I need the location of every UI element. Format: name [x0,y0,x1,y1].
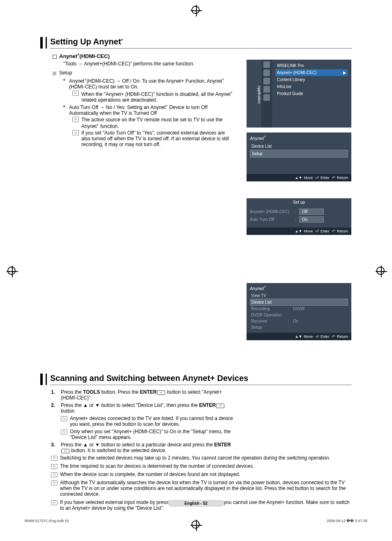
note-icon: N [51,456,58,461]
section-scanning: Scanning and Switching between Anynet+ D… [40,374,352,385]
osd-item: Product Guide [275,90,348,97]
enter-icon: ⏎ [316,334,319,339]
registration-mark [7,267,16,275]
osd-title: Anynet+ [247,132,351,143]
note-auto-turnoff-yes: N If you set "Auto Turn Off" to "Yes", c… [72,130,233,147]
osd-row-selected: Device List [250,299,348,306]
osd-setup-panel: Set up Anynet+ (HDMI-CEC): Off Auto Turn… [247,198,351,235]
registration-mark [191,520,200,529]
note-icon: N [61,416,67,421]
osd-title: Anynet+ [247,283,351,293]
square-bullet-icon [53,55,57,59]
enter-icon: ⏎ [216,404,224,408]
note-scan-complete: N When the device scan is complete, the … [51,471,352,477]
step-2: 2. Press the ▲ or ▼ button to select "De… [51,402,233,414]
chevron-right-icon: ▶ [343,70,346,75]
updown-icon: ▲▼ [295,176,302,180]
section-title: Scanning and Switching between Anynet+ D… [50,374,352,385]
enter-icon: ⏎ [316,229,319,233]
osd-row: Receiver:On [250,318,348,324]
setup-label: Setup [53,70,233,76]
section-title: Setting Up Anynet+ [50,37,352,49]
return-icon: ↶ [332,176,335,180]
osd-tab-application: Application [247,60,261,128]
note-icon: N [51,472,58,477]
note-icon: N [72,117,79,122]
subsection-anynet-cec: Anynet+(HDMI-CEC) [53,53,233,59]
registration-mark [191,6,200,14]
osd-footer: ▲▼Move ⏎Enter ↶Return [247,228,351,235]
osd-anynet-devices: Anynet+ View TV Device List Recording:DV… [247,283,351,340]
osd-item-selected: Setup [250,150,348,158]
osd-row-auto-turnoff: Auto Turn Off: On [250,216,348,223]
updown-icon: ▲▼ [295,334,302,339]
osd-application-menu: Application WISELINK Pro Anynet+ (HDMI-C… [247,60,351,128]
osd-row-anynet-cec: Anynet+ (HDMI-CEC): Off [250,208,348,216]
note-icon: N [51,464,58,469]
enter-icon: ⏎ [61,449,69,453]
doc-footer-right: 2008-08-12 �� 5:47:35 [327,519,367,523]
gray-square-icon [53,72,56,75]
note-icon: N [72,130,79,135]
updown-icon: ▲▼ [295,229,302,233]
note-disabled: N When the "Anynet+ (HDMI-CEC)" function… [72,91,233,103]
note-icon: N [72,91,79,96]
return-icon: ↶ [332,334,335,339]
bullet-auto-turnoff: • Auto Turn Off → No / Yes: Setting an A… [63,104,233,116]
note-icon: N [61,430,67,434]
osd-row: Setup [250,324,348,330]
bullet-anynet-cec-onoff: • Anynet+(HDMI-CEC) → Off / On: To use t… [63,77,233,90]
section-setting-up: Setting Up Anynet+ [40,37,352,49]
step2-note-1: N Anynet+ devices connected to the TV ar… [61,416,233,427]
osd-row: Recording:DVDR [250,306,348,312]
registration-mark [376,267,385,275]
page-number-footer: English - 52 [0,500,392,507]
osd-title: Set up [247,198,351,206]
doc-footer-left: BN68-01737C-Eng.indb 52 [25,519,69,523]
note-auto-search: N Although the TV automatically searches… [51,480,352,497]
note-icon: N [51,481,58,485]
osd-footer: ▲▼Move ⏎Enter ↶Return [247,174,351,181]
note-scan-time: N The time required to scan for devices … [51,463,352,469]
enter-icon: ⏎ [157,390,165,395]
osd-anynet-menu: Anynet+ Device List Setup ▲▼Move ⏎Enter … [247,132,351,181]
note-active-source: N The active source on the TV remote mus… [72,117,233,129]
osd-item: WISELINK Pro [275,62,348,69]
osd-item: Device List [250,143,348,150]
osd-icon-column [261,60,272,128]
enter-icon: ⏎ [316,176,319,180]
osd-row: DVDR Operation [250,312,348,318]
osd-footer: ▲▼Move ⏎Enter ↶Return [247,333,351,340]
tools-note: "Tools → Anynet+(HDMI-CEC)" performs the… [63,61,233,67]
return-icon: ↶ [332,229,335,233]
note-switching-time: N Switching to the selected devices may … [51,455,352,461]
osd-item: InfoLive [275,83,348,90]
osd-item: Content Library [275,76,348,83]
step-1: 1. Press the TOOLS button. Press the ENT… [51,389,233,401]
step-3: 3. Press the ▲ or ▼ button to select to … [51,442,233,453]
step2-note-2: N Only when you set "Anynet+ (HDMI-CEC)"… [61,429,233,440]
osd-row: View TV [250,293,348,299]
osd-item-selected: Anynet+ (HDMI-CEC)▶ [275,69,348,76]
